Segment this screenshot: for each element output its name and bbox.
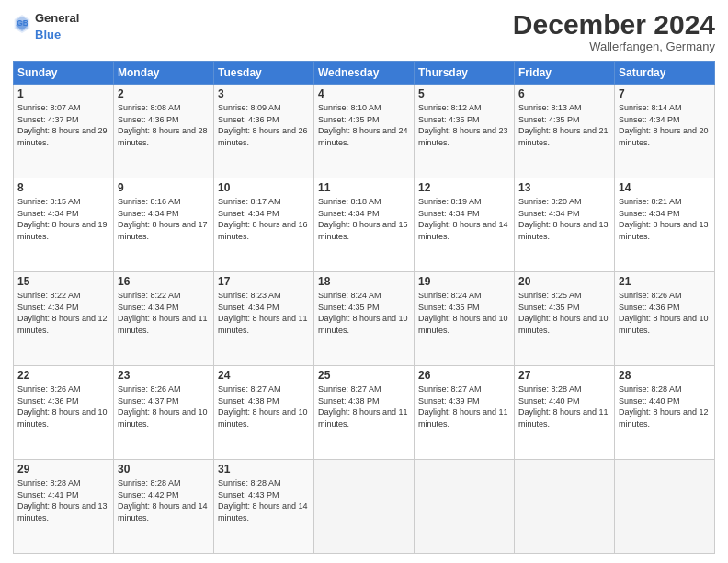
day-info: Sunrise: 8:28 AM Sunset: 4:40 PM Dayligh… <box>518 384 610 430</box>
calendar-cell <box>314 460 415 554</box>
day-number: 15 <box>17 275 109 288</box>
calendar-cell: 6 Sunrise: 8:13 AM Sunset: 4:35 PM Dayli… <box>515 85 615 178</box>
day-info: Sunrise: 8:24 AM Sunset: 4:35 PM Dayligh… <box>418 290 510 336</box>
calendar-cell: 25 Sunrise: 8:27 AM Sunset: 4:38 PM Dayl… <box>314 366 415 460</box>
day-number: 26 <box>418 369 510 382</box>
day-info: Sunrise: 8:16 AM Sunset: 4:34 PM Dayligh… <box>118 196 210 242</box>
calendar-cell: 20 Sunrise: 8:25 AM Sunset: 4:35 PM Dayl… <box>515 272 615 366</box>
day-number: 21 <box>619 275 711 288</box>
calendar-cell: 31 Sunrise: 8:28 AM Sunset: 4:43 PM Dayl… <box>214 460 314 554</box>
day-info: Sunrise: 8:09 AM Sunset: 4:36 PM Dayligh… <box>218 102 310 148</box>
day-number: 22 <box>17 369 109 382</box>
calendar-cell: 5 Sunrise: 8:12 AM Sunset: 4:35 PM Dayli… <box>415 85 515 178</box>
day-header-tuesday: Tuesday <box>214 62 314 85</box>
calendar-cell: 12 Sunrise: 8:19 AM Sunset: 4:34 PM Dayl… <box>415 178 515 272</box>
day-number: 20 <box>518 275 610 288</box>
calendar-cell: 21 Sunrise: 8:26 AM Sunset: 4:36 PM Dayl… <box>615 272 715 366</box>
calendar-cell <box>615 460 715 554</box>
day-info: Sunrise: 8:17 AM Sunset: 4:34 PM Dayligh… <box>218 196 310 242</box>
day-info: Sunrise: 8:26 AM Sunset: 4:36 PM Dayligh… <box>619 290 711 336</box>
day-info: Sunrise: 8:25 AM Sunset: 4:35 PM Dayligh… <box>518 290 610 336</box>
day-info: Sunrise: 8:24 AM Sunset: 4:35 PM Dayligh… <box>318 290 410 336</box>
day-number: 4 <box>318 87 410 100</box>
day-info: Sunrise: 8:18 AM Sunset: 4:34 PM Dayligh… <box>318 196 410 242</box>
day-info: Sunrise: 8:28 AM Sunset: 4:40 PM Dayligh… <box>619 384 711 430</box>
day-number: 30 <box>118 463 210 476</box>
calendar-cell: 3 Sunrise: 8:09 AM Sunset: 4:36 PM Dayli… <box>214 85 314 178</box>
day-number: 7 <box>619 87 711 100</box>
day-number: 6 <box>518 87 610 100</box>
day-header-saturday: Saturday <box>615 62 715 85</box>
header: GB General Blue December 2024 Wallerfang… <box>13 9 715 53</box>
day-info: Sunrise: 8:27 AM Sunset: 4:38 PM Dayligh… <box>218 384 310 430</box>
day-number: 14 <box>619 181 711 194</box>
day-number: 1 <box>17 87 109 100</box>
day-info: Sunrise: 8:26 AM Sunset: 4:37 PM Dayligh… <box>118 384 210 430</box>
day-info: Sunrise: 8:10 AM Sunset: 4:35 PM Dayligh… <box>318 102 410 148</box>
month-title: December 2024 <box>513 9 715 40</box>
day-info: Sunrise: 8:21 AM Sunset: 4:34 PM Dayligh… <box>619 196 711 242</box>
day-info: Sunrise: 8:08 AM Sunset: 4:36 PM Dayligh… <box>118 102 210 148</box>
day-info: Sunrise: 8:22 AM Sunset: 4:34 PM Dayligh… <box>17 290 109 336</box>
day-number: 13 <box>518 181 610 194</box>
day-info: Sunrise: 8:26 AM Sunset: 4:36 PM Dayligh… <box>17 384 109 430</box>
calendar-cell: 7 Sunrise: 8:14 AM Sunset: 4:34 PM Dayli… <box>615 85 715 178</box>
day-number: 17 <box>218 275 310 288</box>
calendar-cell: 28 Sunrise: 8:28 AM Sunset: 4:40 PM Dayl… <box>615 366 715 460</box>
day-info: Sunrise: 8:28 AM Sunset: 4:42 PM Dayligh… <box>118 477 210 523</box>
day-number: 19 <box>418 275 510 288</box>
svg-text:GB: GB <box>17 19 28 29</box>
day-number: 10 <box>218 181 310 194</box>
day-number: 27 <box>518 369 610 382</box>
logo: GB General Blue <box>13 9 79 42</box>
day-number: 3 <box>218 87 310 100</box>
day-number: 2 <box>118 87 210 100</box>
day-number: 28 <box>619 369 711 382</box>
calendar-cell: 11 Sunrise: 8:18 AM Sunset: 4:34 PM Dayl… <box>314 178 415 272</box>
calendar-cell <box>515 460 615 554</box>
day-info: Sunrise: 8:23 AM Sunset: 4:34 PM Dayligh… <box>218 290 310 336</box>
day-header-monday: Monday <box>114 62 214 85</box>
calendar-cell: 10 Sunrise: 8:17 AM Sunset: 4:34 PM Dayl… <box>214 178 314 272</box>
day-number: 8 <box>17 181 109 194</box>
calendar-cell: 9 Sunrise: 8:16 AM Sunset: 4:34 PM Dayli… <box>114 178 214 272</box>
day-number: 23 <box>118 369 210 382</box>
day-info: Sunrise: 8:28 AM Sunset: 4:43 PM Dayligh… <box>218 477 310 523</box>
calendar-cell: 13 Sunrise: 8:20 AM Sunset: 4:34 PM Dayl… <box>515 178 615 272</box>
calendar: SundayMondayTuesdayWednesdayThursdayFrid… <box>13 61 715 554</box>
title-section: December 2024 Wallerfangen, Germany <box>513 9 715 53</box>
day-number: 31 <box>218 463 310 476</box>
day-info: Sunrise: 8:14 AM Sunset: 4:34 PM Dayligh… <box>619 102 711 148</box>
day-info: Sunrise: 8:19 AM Sunset: 4:34 PM Dayligh… <box>418 196 510 242</box>
location: Wallerfangen, Germany <box>513 40 715 53</box>
calendar-cell: 16 Sunrise: 8:22 AM Sunset: 4:34 PM Dayl… <box>114 272 214 366</box>
calendar-cell: 22 Sunrise: 8:26 AM Sunset: 4:36 PM Dayl… <box>14 366 114 460</box>
day-header-wednesday: Wednesday <box>314 62 415 85</box>
day-info: Sunrise: 8:22 AM Sunset: 4:34 PM Dayligh… <box>118 290 210 336</box>
day-info: Sunrise: 8:13 AM Sunset: 4:35 PM Dayligh… <box>518 102 610 148</box>
day-number: 29 <box>17 463 109 476</box>
calendar-cell: 18 Sunrise: 8:24 AM Sunset: 4:35 PM Dayl… <box>314 272 415 366</box>
calendar-cell: 2 Sunrise: 8:08 AM Sunset: 4:36 PM Dayli… <box>114 85 214 178</box>
calendar-cell <box>415 460 515 554</box>
day-header-friday: Friday <box>515 62 615 85</box>
calendar-cell: 17 Sunrise: 8:23 AM Sunset: 4:34 PM Dayl… <box>214 272 314 366</box>
day-header-thursday: Thursday <box>415 62 515 85</box>
day-number: 12 <box>418 181 510 194</box>
day-number: 24 <box>218 369 310 382</box>
calendar-cell: 4 Sunrise: 8:10 AM Sunset: 4:35 PM Dayli… <box>314 85 415 178</box>
calendar-cell: 24 Sunrise: 8:27 AM Sunset: 4:38 PM Dayl… <box>214 366 314 460</box>
day-number: 11 <box>318 181 410 194</box>
day-number: 18 <box>318 275 410 288</box>
calendar-cell: 30 Sunrise: 8:28 AM Sunset: 4:42 PM Dayl… <box>114 460 214 554</box>
day-info: Sunrise: 8:28 AM Sunset: 4:41 PM Dayligh… <box>17 477 109 523</box>
day-info: Sunrise: 8:27 AM Sunset: 4:39 PM Dayligh… <box>418 384 510 430</box>
calendar-cell: 8 Sunrise: 8:15 AM Sunset: 4:34 PM Dayli… <box>14 178 114 272</box>
calendar-cell: 19 Sunrise: 8:24 AM Sunset: 4:35 PM Dayl… <box>415 272 515 366</box>
calendar-cell: 26 Sunrise: 8:27 AM Sunset: 4:39 PM Dayl… <box>415 366 515 460</box>
day-number: 5 <box>418 87 510 100</box>
day-info: Sunrise: 8:15 AM Sunset: 4:34 PM Dayligh… <box>17 196 109 242</box>
day-info: Sunrise: 8:27 AM Sunset: 4:38 PM Dayligh… <box>318 384 410 430</box>
calendar-cell: 15 Sunrise: 8:22 AM Sunset: 4:34 PM Dayl… <box>14 272 114 366</box>
day-number: 9 <box>118 181 210 194</box>
